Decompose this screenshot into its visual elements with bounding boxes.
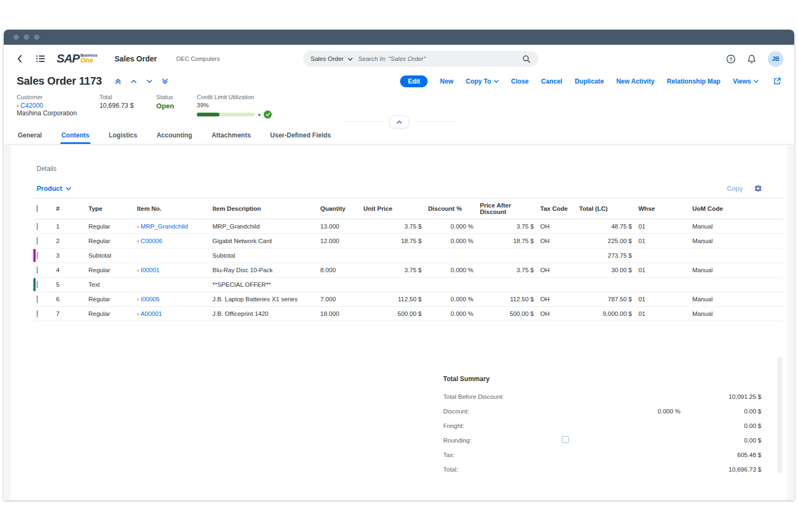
- header-collapse-area: [4, 119, 794, 128]
- search-scope[interactable]: Sales Order: [311, 56, 343, 62]
- cell-unit_price: 112.50 $: [360, 292, 425, 307]
- item-no-link[interactable]: I00005: [141, 296, 160, 302]
- cell-discount: 0.000 %: [425, 219, 477, 234]
- cell-whse: 01: [635, 263, 689, 278]
- new-button[interactable]: New: [440, 78, 453, 85]
- nav-arrow-icon: ›: [137, 223, 139, 230]
- cell-uom: Manual: [689, 292, 783, 307]
- row-checkbox[interactable]: [37, 310, 38, 317]
- back-icon[interactable]: [17, 54, 22, 63]
- details-section-label: Details: [37, 165, 787, 172]
- edit-button[interactable]: Edit: [400, 75, 428, 87]
- cell-tax: OH: [537, 263, 576, 278]
- cell-desc: J.B. Officeprint 1420: [209, 307, 317, 321]
- cell-desc: Gigabit Network Card: [209, 234, 317, 248]
- next-record-icon[interactable]: [146, 79, 153, 84]
- customer-code-link[interactable]: C42000: [20, 102, 43, 109]
- select-all-checkbox[interactable]: [37, 205, 38, 212]
- item-no-link[interactable]: C00006: [141, 238, 162, 244]
- table-row: 7Regular›A00001J.B. Officeprint 142018.0…: [33, 307, 783, 321]
- summary-value: 10,696.73 $: [680, 466, 761, 473]
- cell-unit_price: 18.75 $: [360, 234, 425, 248]
- tab-user-defined-fields[interactable]: User-Defined Fields: [269, 128, 332, 144]
- cell-discount: [425, 248, 477, 263]
- cell-price_after: [477, 248, 537, 263]
- share-icon[interactable]: [773, 77, 781, 85]
- cancel-button[interactable]: Cancel: [541, 78, 562, 85]
- window-control-dot[interactable]: [34, 34, 39, 40]
- row-type-color-bar: [33, 278, 36, 291]
- table-scrollbar[interactable]: [777, 357, 782, 473]
- credit-threshold-dot: [258, 114, 260, 116]
- first-record-icon[interactable]: [115, 78, 121, 85]
- previous-record-icon[interactable]: [130, 79, 137, 84]
- collapse-header-button[interactable]: [389, 115, 409, 128]
- row-checkbox[interactable]: [37, 252, 38, 259]
- item-no-link[interactable]: MRP_Grandchild: [141, 223, 188, 230]
- cell-tax: OH: [537, 219, 576, 234]
- item-no-link[interactable]: I00001: [141, 267, 160, 273]
- cell-unit_price: 500.00 $: [360, 307, 425, 321]
- help-icon[interactable]: ?: [726, 54, 735, 64]
- search-icon[interactable]: [522, 55, 531, 63]
- summary-label: Total:: [443, 466, 562, 473]
- cell-num: 3: [53, 248, 85, 263]
- tab-contents[interactable]: Contents: [60, 128, 91, 144]
- tab-logistics[interactable]: Logistics: [108, 128, 139, 144]
- window-control-dot[interactable]: [13, 34, 19, 40]
- search-bar[interactable]: Sales Order Search In: "Sales Order": [303, 51, 538, 67]
- tab-accounting[interactable]: Accounting: [155, 128, 193, 144]
- cell-unit_price: 3.75 $: [360, 219, 425, 234]
- column-header: Type: [85, 198, 134, 219]
- cell-whse: [635, 278, 689, 292]
- customer-name: Mashina Corporation: [17, 109, 77, 117]
- duplicate-button[interactable]: Duplicate: [575, 78, 604, 85]
- contents-card: Details Product Copy: [11, 146, 787, 500]
- views-button[interactable]: Views: [733, 78, 759, 85]
- last-record-icon[interactable]: [162, 78, 168, 85]
- cell-uom: [689, 248, 783, 263]
- cell-type: Subtotal: [85, 248, 134, 263]
- total-value: 10,696.73 $: [99, 102, 133, 109]
- cell-whse: 01: [635, 219, 689, 234]
- user-avatar[interactable]: JB: [768, 51, 783, 67]
- close-button[interactable]: Close: [511, 78, 529, 85]
- product-view-selector[interactable]: Product: [37, 185, 71, 192]
- cell-price_after: 3.75 $: [477, 219, 537, 234]
- row-checkbox[interactable]: [37, 281, 38, 288]
- window-control-dot[interactable]: [24, 34, 29, 40]
- summary-mid-value: 0.000 %: [562, 408, 680, 414]
- column-header: Price After Discount: [477, 198, 537, 219]
- column-header: Item Description: [209, 198, 317, 219]
- row-checkbox[interactable]: [37, 237, 38, 245]
- cell-price_after: 500.00 $: [477, 307, 537, 321]
- copy-button[interactable]: Copy: [727, 185, 743, 192]
- cell-qty: [317, 248, 360, 263]
- row-checkbox[interactable]: [37, 295, 38, 303]
- notifications-bell-icon[interactable]: [747, 54, 756, 64]
- new-activity-button[interactable]: New Activity: [616, 78, 655, 85]
- relationship-map-button[interactable]: Relationship Map: [667, 78, 720, 85]
- rounding-checkbox[interactable]: [562, 436, 569, 443]
- content-area: Details Product Copy: [4, 144, 794, 500]
- table-row: 3SubtotalSubtotal273.75 $: [33, 248, 783, 263]
- tab-attachments[interactable]: Attachments: [210, 128, 252, 144]
- row-checkbox[interactable]: [37, 223, 38, 230]
- row-checkbox[interactable]: [37, 266, 38, 274]
- cell-whse: 01: [635, 234, 689, 248]
- table-settings-gear-icon[interactable]: [754, 184, 762, 193]
- cell-price_after: 3.75 $: [477, 263, 537, 278]
- page-title: Sales Order 1173: [17, 75, 102, 87]
- tab-general[interactable]: General: [17, 128, 43, 144]
- search-input[interactable]: Search In: "Sales Order": [358, 56, 522, 62]
- cell-desc: **SPECIAL OFFER**: [209, 278, 317, 292]
- chevron-down-icon: [754, 80, 759, 83]
- copy-to-button[interactable]: Copy To: [466, 78, 499, 85]
- chevron-down-icon[interactable]: [348, 58, 353, 61]
- cell-uom: Manual: [689, 219, 783, 234]
- cell-uom: [689, 278, 783, 292]
- item-no-link[interactable]: A00001: [141, 310, 162, 317]
- menu-list-icon[interactable]: [36, 55, 45, 63]
- column-header: Quantity: [317, 198, 360, 219]
- summary-row: Freight:0.00 $: [443, 418, 761, 433]
